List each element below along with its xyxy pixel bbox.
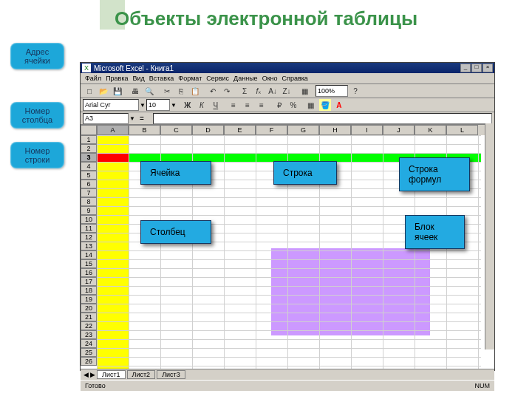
- row-header-7[interactable]: 7: [81, 188, 97, 197]
- minimize-button[interactable]: _: [460, 64, 471, 72]
- status-ready: Готово: [85, 382, 106, 389]
- bold-icon[interactable]: Ж: [181, 98, 194, 112]
- italic-icon[interactable]: К: [195, 98, 208, 112]
- column-header-H[interactable]: H: [319, 125, 351, 135]
- sheet-tab-2[interactable]: Лист2: [127, 370, 156, 379]
- underline-icon[interactable]: Ч: [209, 98, 222, 112]
- row-header-5[interactable]: 5: [81, 171, 97, 180]
- menu-format[interactable]: Формат: [178, 75, 202, 82]
- column-header-D[interactable]: D: [192, 125, 224, 135]
- column-header-G[interactable]: G: [287, 125, 319, 135]
- fill-color-icon[interactable]: 🪣: [318, 98, 332, 112]
- row-header-13[interactable]: 13: [81, 242, 97, 250]
- copy-icon[interactable]: ⎘: [174, 84, 188, 98]
- menu-window[interactable]: Окно: [262, 75, 278, 82]
- menu-tools[interactable]: Сервис: [206, 75, 229, 82]
- label-cell-address: Адрес ячейки: [10, 43, 64, 69]
- sort-desc-icon[interactable]: Z↓: [280, 84, 293, 98]
- align-right-icon[interactable]: ≡: [255, 98, 268, 112]
- slide-title: Объекты электронной таблицы: [0, 7, 532, 30]
- row-header-14[interactable]: 14: [81, 250, 97, 259]
- column-header-I[interactable]: I: [351, 125, 383, 135]
- select-all-corner[interactable]: [81, 125, 97, 135]
- font-name-box[interactable]: Arial Cyr: [83, 99, 139, 111]
- sum-icon[interactable]: Σ: [238, 84, 251, 98]
- callout-row: Строка: [273, 161, 337, 185]
- row-header-19[interactable]: 19: [81, 295, 97, 304]
- row-header-10[interactable]: 10: [81, 215, 97, 224]
- column-header-J[interactable]: J: [383, 125, 415, 135]
- menu-data[interactable]: Данные: [233, 75, 258, 82]
- align-center-icon[interactable]: ≡: [241, 98, 254, 112]
- menu-edit[interactable]: Правка: [106, 75, 128, 82]
- menu-help[interactable]: Справка: [282, 75, 308, 82]
- column-header-C[interactable]: C: [160, 125, 192, 135]
- column-header-A[interactable]: A: [97, 125, 129, 135]
- menu-file[interactable]: Файл: [85, 75, 101, 82]
- redo-icon[interactable]: ↷: [220, 84, 233, 98]
- column-header-L[interactable]: L: [446, 125, 478, 135]
- zoom-box[interactable]: 100%: [316, 85, 348, 97]
- maximize-button[interactable]: □: [471, 64, 482, 72]
- column-header-K[interactable]: K: [415, 125, 446, 135]
- formula-input[interactable]: [153, 113, 492, 124]
- formula-bar-row: A3 ▼ =: [81, 112, 494, 125]
- align-left-icon[interactable]: ≡: [227, 98, 240, 112]
- currency-icon[interactable]: ₽: [273, 98, 286, 112]
- close-button[interactable]: ×: [482, 64, 493, 72]
- standard-toolbar: □ 📂 💾 🖶 🔍 ✂ ⎘ 📋 ↶ ↷ Σ fₓ A↓ Z↓ ▦ 100% ?: [81, 84, 494, 98]
- name-box[interactable]: A3: [83, 113, 129, 124]
- label-column-number: Номер столбца: [10, 102, 64, 129]
- sheet-tab-3[interactable]: Лист3: [157, 370, 185, 379]
- font-color-icon[interactable]: A: [332, 98, 346, 112]
- row-header-8[interactable]: 8: [81, 197, 97, 206]
- menu-view[interactable]: Вид: [133, 75, 145, 82]
- status-bar: Готово NUM: [81, 380, 494, 391]
- borders-icon[interactable]: ▦: [304, 98, 318, 112]
- preview-icon[interactable]: 🔍: [143, 84, 156, 98]
- row-header-22[interactable]: 22: [81, 321, 97, 330]
- font-size-box[interactable]: 10: [146, 99, 170, 111]
- undo-icon[interactable]: ↶: [206, 84, 219, 98]
- status-num: NUM: [475, 382, 491, 389]
- row-header-9[interactable]: 9: [81, 206, 97, 215]
- paste-icon[interactable]: 📋: [188, 84, 202, 98]
- cut-icon[interactable]: ✂: [160, 84, 174, 98]
- save-icon[interactable]: 💾: [111, 84, 124, 98]
- row-header-11[interactable]: 11: [81, 224, 97, 233]
- column-header-B[interactable]: B: [129, 125, 160, 135]
- sheet-tab-1[interactable]: Лист1: [97, 370, 126, 379]
- row-header-6[interactable]: 6: [81, 180, 97, 188]
- row-header-15[interactable]: 15: [81, 259, 97, 268]
- new-icon[interactable]: □: [83, 84, 96, 98]
- row-header-26[interactable]: 26: [81, 357, 97, 366]
- row-header-20[interactable]: 20: [81, 304, 97, 313]
- row-header-3[interactable]: 3: [81, 153, 97, 162]
- callout-formula-bar: Строка формул: [399, 157, 470, 191]
- vertical-scrollbar[interactable]: [485, 123, 494, 349]
- callout-block: Блок ячеек: [405, 215, 465, 249]
- percent-icon[interactable]: %: [287, 98, 300, 112]
- column-header-E[interactable]: E: [224, 125, 256, 135]
- sort-asc-icon[interactable]: A↓: [266, 84, 279, 98]
- row-header-18[interactable]: 18: [81, 286, 97, 295]
- row-header-17[interactable]: 17: [81, 277, 97, 286]
- row-header-4[interactable]: 4: [81, 162, 97, 171]
- label-row-number: Номер строки: [10, 142, 64, 168]
- row-header-2[interactable]: 2: [81, 144, 97, 153]
- help-icon[interactable]: ?: [349, 84, 362, 98]
- open-icon[interactable]: 📂: [97, 84, 110, 98]
- row-header-25[interactable]: 25: [81, 348, 97, 357]
- fx-icon[interactable]: fₓ: [252, 84, 265, 98]
- menu-insert[interactable]: Вставка: [149, 75, 174, 82]
- row-header-21[interactable]: 21: [81, 313, 97, 321]
- print-icon[interactable]: 🖶: [129, 84, 142, 98]
- chart-icon[interactable]: ▦: [298, 84, 311, 98]
- row-header-12[interactable]: 12: [81, 233, 97, 242]
- callout-column: Столбец: [140, 220, 211, 244]
- column-header-F[interactable]: F: [256, 125, 287, 135]
- row-header-23[interactable]: 23: [81, 330, 97, 339]
- row-header-16[interactable]: 16: [81, 268, 97, 277]
- row-header-24[interactable]: 24: [81, 339, 97, 348]
- row-header-1[interactable]: 1: [81, 135, 97, 144]
